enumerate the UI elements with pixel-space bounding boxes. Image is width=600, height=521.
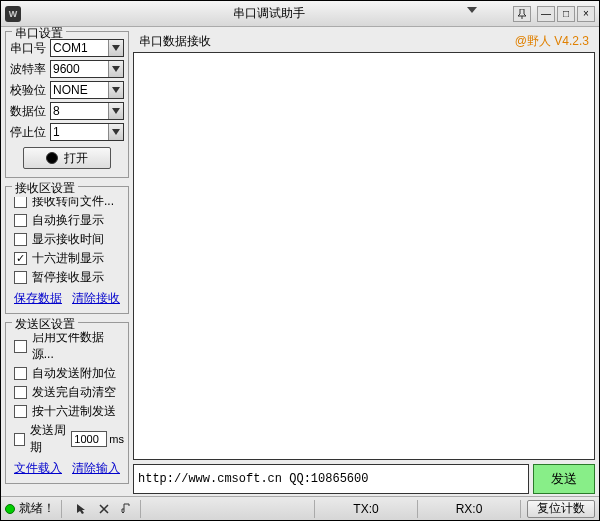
save-data-link[interactable]: 保存数据 [14, 290, 62, 307]
send-checkbox-label: 按十六进制发送 [32, 403, 116, 420]
divider [520, 500, 521, 518]
baud-select[interactable]: 9600 [50, 60, 124, 78]
stopbits-label: 停止位 [10, 124, 50, 141]
reset-counter-button[interactable]: 复位计数 [527, 500, 595, 518]
recv-checkbox-1[interactable] [14, 214, 27, 227]
send-settings-title: 发送区设置 [12, 316, 78, 333]
recv-checkbox-3[interactable] [14, 252, 27, 265]
recv-header-label: 串口数据接收 [139, 33, 211, 50]
titlebar-dropdown-icon[interactable] [467, 7, 477, 13]
status-ready: 就绪！ [19, 500, 55, 517]
app-icon: W [5, 6, 21, 22]
send-checkbox-0[interactable] [14, 340, 27, 353]
period-label: 发送周期 [30, 422, 68, 456]
recv-checkbox-label: 暂停接收显示 [32, 269, 104, 286]
recv-checkbox-label: 显示接收时间 [32, 231, 104, 248]
open-label: 打开 [64, 150, 88, 167]
minimize-button[interactable]: — [537, 6, 555, 22]
status-led-icon [46, 152, 58, 164]
period-unit: ms [109, 433, 124, 445]
stopbits-select[interactable]: 1 [50, 123, 124, 141]
clear-input-link[interactable]: 清除输入 [72, 460, 120, 477]
databits-label: 数据位 [10, 103, 50, 120]
note-icon[interactable] [118, 501, 134, 517]
version-label: @野人 V4.2.3 [515, 33, 589, 50]
pointer-icon[interactable] [74, 501, 90, 517]
tx-counter: TX:0 [321, 502, 411, 516]
maximize-button[interactable]: □ [557, 6, 575, 22]
load-file-link[interactable]: 文件载入 [14, 460, 62, 477]
open-port-button[interactable]: 打开 [23, 147, 111, 169]
rx-counter: RX:0 [424, 502, 514, 516]
recv-checkbox-label: 自动换行显示 [32, 212, 104, 229]
app-window: W 串口调试助手 — □ × 串口设置 串口号 COM1 波特率 96 [0, 0, 600, 521]
send-checkbox-2[interactable] [14, 386, 27, 399]
chevron-down-icon [108, 40, 123, 56]
port-settings-group: 串口设置 串口号 COM1 波特率 9600 校验位 NONE 数据位 8 [5, 31, 129, 178]
recv-checkbox-4[interactable] [14, 271, 27, 284]
recv-checkbox-label: 十六进制显示 [32, 250, 104, 267]
close-button[interactable]: × [577, 6, 595, 22]
status-toolbar [74, 501, 134, 517]
baud-value: 9600 [53, 62, 80, 76]
stopbits-value: 1 [53, 125, 60, 139]
clear-recv-link[interactable]: 清除接收 [72, 290, 120, 307]
period-checkbox[interactable] [14, 433, 25, 446]
port-label: 串口号 [10, 40, 50, 57]
chevron-down-icon [108, 124, 123, 140]
left-panel: 串口设置 串口号 COM1 波特率 9600 校验位 NONE 数据位 8 [1, 27, 133, 496]
divider [61, 500, 62, 518]
send-checkbox-1[interactable] [14, 367, 27, 380]
chevron-down-icon [108, 82, 123, 98]
recv-settings-title: 接收区设置 [12, 180, 78, 197]
tool-icon[interactable] [96, 501, 112, 517]
send-checkbox-3[interactable] [14, 405, 27, 418]
send-button[interactable]: 发送 [533, 464, 595, 494]
titlebar: W 串口调试助手 — □ × [1, 1, 599, 27]
pin-button[interactable] [513, 6, 531, 22]
recv-header: 串口数据接收 @野人 V4.2.3 [133, 31, 595, 52]
databits-value: 8 [53, 104, 60, 118]
parity-label: 校验位 [10, 82, 50, 99]
status-dot-icon [5, 504, 15, 514]
chevron-down-icon [108, 103, 123, 119]
send-checkbox-label: 发送完自动清空 [32, 384, 116, 401]
main-area: 串口设置 串口号 COM1 波特率 9600 校验位 NONE 数据位 8 [1, 27, 599, 496]
right-panel: 串口数据接收 @野人 V4.2.3 发送 [133, 27, 599, 496]
divider [140, 500, 141, 518]
divider [314, 500, 315, 518]
divider [417, 500, 418, 518]
send-checkbox-label: 启用文件数据源... [32, 329, 124, 363]
port-value: COM1 [53, 41, 88, 55]
period-input[interactable] [71, 431, 107, 447]
recv-textarea[interactable] [133, 52, 595, 460]
baud-label: 波特率 [10, 61, 50, 78]
parity-select[interactable]: NONE [50, 81, 124, 99]
recv-settings-group: 接收区设置 接收转向文件...自动换行显示显示接收时间十六进制显示暂停接收显示 … [5, 186, 129, 314]
port-select[interactable]: COM1 [50, 39, 124, 57]
window-title: 串口调试助手 [25, 5, 513, 22]
send-checkbox-label: 自动发送附加位 [32, 365, 116, 382]
send-input[interactable] [133, 464, 529, 494]
parity-value: NONE [53, 83, 88, 97]
statusbar: 就绪！ TX:0 RX:0 复位计数 [1, 496, 599, 520]
send-settings-group: 发送区设置 启用文件数据源...自动发送附加位发送完自动清空按十六进制发送 发送… [5, 322, 129, 484]
recv-checkbox-2[interactable] [14, 233, 27, 246]
databits-select[interactable]: 8 [50, 102, 124, 120]
chevron-down-icon [108, 61, 123, 77]
